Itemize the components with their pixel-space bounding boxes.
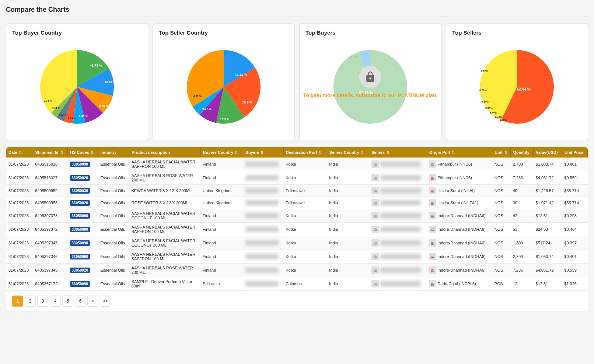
sort-arrow-buyers-country: ⇅	[235, 151, 238, 155]
cell-date: 31/07/2023	[6, 185, 33, 197]
col-hs-codes[interactable]: HS Codes⇅	[68, 147, 98, 158]
cell-buyers	[243, 185, 284, 197]
col-shipment-id[interactable]: Shipment Id⇅	[33, 147, 67, 158]
origin-port-text: Pithampur (INND6)	[437, 176, 472, 180]
cell-quantity: 1,300	[511, 236, 534, 250]
cell-origin-port: 🏭Dadri-Cgml (INCPL6)	[427, 277, 492, 291]
cell-date: 31/07/2023	[6, 209, 33, 223]
cell-unit-price: $0.401	[562, 158, 587, 171]
cell-buyers	[243, 197, 284, 209]
top-sellers-card: Top Sellers	[446, 23, 588, 141]
cell-sellers-country: India	[327, 250, 369, 264]
origin-port-text: Indore-Dhannad (INDHA6)	[437, 268, 485, 272]
hs-code-badge: 33050090	[70, 162, 90, 167]
table-row: 31/07/2023640535717233050090Essential Oi…	[6, 277, 588, 291]
page-btn-4[interactable]: 4	[50, 296, 61, 307]
seller-building-icon: 🏢	[371, 187, 379, 194]
cell-value: $4,051.72	[534, 171, 562, 185]
page-btn-6[interactable]: 6	[75, 296, 86, 307]
cell-hs-codes: 33050020	[68, 171, 98, 185]
cell-unit-price: $35.714	[562, 197, 587, 209]
col-industry: Industry	[98, 147, 129, 158]
page-btn-1[interactable]: 1	[12, 296, 23, 307]
cell-quantity: 40	[511, 185, 534, 197]
cell-sellers: 🏢	[369, 264, 427, 277]
col-buyers[interactable]: Buyers⇅	[243, 147, 284, 158]
cell-sellers: 🏢	[369, 185, 427, 197]
blurred-buyer-name	[245, 281, 279, 286]
origin-building-icon: 🏭	[429, 239, 436, 247]
sort-arrow-unit: ⇅	[504, 151, 507, 155]
cell-dest-port: Felixstowe	[283, 185, 327, 197]
cell-value: $517.24	[534, 236, 562, 250]
cell-product-desc: AASHA HERBALS ROSE WATER 200 ML.	[129, 264, 200, 277]
cell-industry: Essential Oils	[98, 264, 129, 277]
cell-buyers	[243, 250, 284, 264]
origin-port-text: Indore-Dhannad (INDHA6)	[437, 227, 485, 232]
cell-dest-port: Kotka	[283, 171, 327, 185]
blurred-seller-name	[380, 213, 421, 218]
cell-buyers-country: Finland	[200, 236, 243, 250]
cell-date: 31/07/2023	[6, 197, 33, 209]
cell-buyers-country: Finland	[200, 158, 243, 171]
cell-product-desc: AASHA HERBALS FACIAL WATER SAFFRON 100 M…	[129, 250, 200, 264]
blurred-seller-name	[380, 281, 421, 286]
origin-building-icon: 🏭	[429, 280, 436, 287]
cell-quantity: 42	[511, 209, 534, 223]
cell-product-desc: ROSE WATER 8 X 12 X 200ML	[129, 197, 200, 209]
cell-dest-port: Kotka	[283, 264, 327, 277]
page-next-btn[interactable]: >	[87, 296, 98, 307]
cell-shipment-id: 6405397345	[33, 264, 67, 277]
table-row: 31/07/2023640539734533050020Essential Oi…	[6, 264, 588, 277]
hs-code-badge: 33050090	[70, 227, 90, 232]
cell-dest-port: Felixstowe	[283, 197, 327, 209]
blurred-buyer-name	[245, 227, 279, 232]
cell-product-desc: AASHA HERBALS FACIAL WATER SAFFRON 100 M…	[129, 223, 200, 236]
page-btn-5[interactable]: 5	[62, 296, 73, 307]
svg-text:6.71%: 6.71%	[479, 89, 487, 92]
col-sellers-country[interactable]: Sellers Country⇅	[327, 147, 369, 158]
cell-hs-codes: 33050090	[68, 277, 98, 291]
cell-sellers-country: India	[327, 236, 369, 250]
svg-text:4.37 %: 4.37 %	[193, 95, 202, 98]
col-sellers[interactable]: Sellers⇅	[369, 147, 427, 158]
table-body: 31/07/2023640551602833050090Essential Oi…	[6, 158, 588, 291]
cell-sellers: 🏢	[369, 158, 427, 171]
col-unit[interactable]: Unit⇅	[492, 147, 511, 158]
cell-unit-price: $35.714	[562, 185, 587, 197]
col-dest-port[interactable]: Destination Port⇅	[283, 147, 327, 158]
data-table-container: Date⇅ Shipment Id⇅ HS Codes⇅ Industry Pr…	[6, 147, 588, 311]
hs-code-badge: 33050030	[70, 188, 90, 194]
cell-dest-port: Kotka	[283, 236, 327, 250]
cell-date: 31/07/2023	[6, 236, 33, 250]
cell-hs-codes: 33050090	[68, 223, 98, 236]
cell-sellers-country: India	[327, 197, 369, 209]
cell-buyers	[243, 264, 284, 277]
svg-text:2.74 %: 2.74 %	[44, 99, 52, 102]
cell-unit: NOS	[492, 223, 511, 236]
table-row: 31/07/2023640539737233050090Essential Oi…	[6, 223, 588, 236]
cell-quantity: 30	[511, 197, 534, 209]
col-buyers-country[interactable]: Buyers Country⇅	[200, 147, 243, 158]
origin-building-icon: 🏭	[429, 187, 436, 194]
svg-text:9.57 %: 9.57 %	[202, 107, 212, 110]
cell-sellers: 🏢	[369, 277, 427, 291]
table-row: 31/07/2023640550995833050020Essential Oi…	[6, 197, 588, 209]
top-buyer-country-card: Top Buyer Country	[6, 23, 148, 141]
page-btn-3[interactable]: 3	[37, 296, 48, 307]
cell-hs-codes: 33050090	[68, 236, 98, 250]
cell-industry: Essential Oils	[98, 209, 129, 223]
page-btn-2[interactable]: 2	[25, 296, 36, 307]
svg-text:2.97%: 2.97%	[490, 112, 497, 114]
cell-buyers-country: United Kingdom	[200, 185, 243, 197]
cell-value: $1,071.42	[534, 197, 562, 209]
cell-unit: NOS	[492, 197, 511, 209]
col-origin-port[interactable]: Origin Port⇅	[427, 147, 492, 158]
table-row: 31/07/2023640551602833050090Essential Oi…	[6, 158, 588, 171]
page-title: Compare the Charts	[6, 6, 588, 17]
cell-shipment-id: 6405397372	[33, 223, 67, 236]
page-last-btn[interactable]: >>	[100, 296, 111, 307]
svg-text:8.05 %: 8.05 %	[99, 105, 108, 108]
seller-cell: 🏢	[371, 160, 425, 168]
col-date[interactable]: Date⇅	[6, 147, 33, 158]
